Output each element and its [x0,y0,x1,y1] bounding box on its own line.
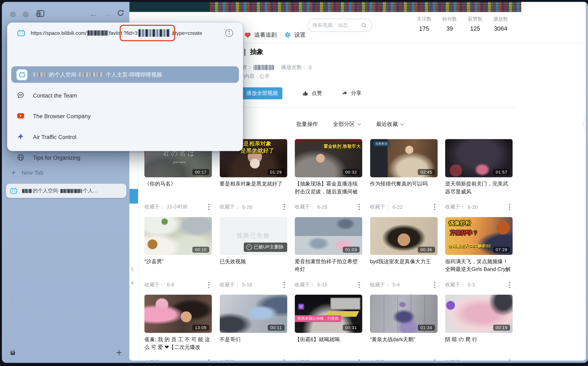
video-title[interactable]: 《你的马名》 [144,180,212,196]
video-thumbnail[interactable]: 00:36 [370,217,437,255]
video-card[interactable]: 00:10 “沙县男” 收藏于： 6-8 [144,217,212,288]
video-card[interactable]: 00:19 阴 暗 の 爬 行 收藏于： 4-16 [445,295,513,361]
video-title[interactable]: 已失效视频 [220,258,287,274]
suggestion-current-tab[interactable]: 的个人空间· 个人主页-哔哩哔哩视频 [11,66,239,83]
video-title[interactable]: 爱音拍素世拍祥子拍立希壁咚灯 [295,258,362,274]
stat-plays[interactable]: 播放数3064 [492,16,509,32]
forward-button[interactable]: → [103,9,112,19]
header-search-input[interactable]: 搜索视频、动态 [308,19,372,32]
library-icon[interactable] [9,349,16,356]
url-bar[interactable]: https://space.bilibili.com/ favlist ?fid… [7,23,243,44]
saved-label: 收藏于： [295,359,315,361]
more-options-icon[interactable] [358,284,360,285]
video-card[interactable]: 07:28 偶像炒粉芹菜怀孕？全网最逆天GBC解析02 假药满天飞，笑点频频爆！… [445,217,513,288]
video-thumbnail[interactable]: 视频已失效!已被UP主删除 [220,217,287,255]
suggestion-tips-organizing[interactable]: Tips for Organizing [16,149,233,166]
more-options-icon[interactable] [358,206,360,208]
video-thumbnail[interactable]: 00:31 死杰米我让你喝，打死你经 [295,295,362,333]
more-options-icon[interactable] [208,206,209,208]
close-window-button[interactable] [10,12,16,17]
video-thumbnail[interactable]: 01:24 [370,295,437,333]
video-title[interactable]: 逆天萌新提前关门，完美武器尽显威风 [445,180,513,196]
video-card[interactable]: 00:36 byd我这室友是真像大力王 收藏于： 5-4 [370,217,437,288]
video-thumbnail[interactable]: 00:10 [144,217,212,255]
video-title[interactable]: 【街霸6】就喝就喝 [295,335,362,351]
more-options-icon[interactable] [434,284,435,285]
suggestion-browser-company[interactable]: The Browser Company [16,107,233,124]
stat-likes[interactable]: 获赞数125 [467,16,483,32]
thumbnail-overlay-text: 全网最逆天GBC解析02 [448,243,491,249]
more-options-icon[interactable] [283,206,285,208]
tab-title: 的个人空间· 个人... [22,187,97,194]
sort-dropdown[interactable]: 最近收藏 [376,121,404,128]
info-icon[interactable] [224,28,234,38]
video-card[interactable]: 00:31 死杰米我让你喝，打死你经 【街霸6】就喝就喝 收藏于： 4-28 [295,295,362,361]
sidebar-tab-bilibili-space[interactable]: 的个人空间· 个人... [6,184,126,198]
keyword-search: 当前 输入关键词 [583,118,586,131]
new-tab-button[interactable]: + New Tab [11,168,43,177]
play-all-button[interactable]: 播放全部视频 [242,87,282,99]
video-card[interactable]: 02:45 任务柜台 作为怪猎代餐真的可以吗 收藏于： 6-22 [370,139,437,210]
video-thumbnail[interactable]: 00:11 [220,295,287,333]
video-thumbnail[interactable]: 02:45 任务柜台 [370,139,437,177]
video-thumbnail[interactable]: 01:57 [445,139,513,177]
minimize-window-button[interactable] [23,12,29,17]
video-title[interactable]: 雀巢: 我 的 员 工 不 可 能 这 么 可 爱 ❤【二次元爆改 [144,335,212,351]
back-button[interactable]: ← [89,9,98,19]
video-card[interactable]: 00:11 不是哥们 收藏于： 4-28 [220,295,287,361]
youtube-icon [16,112,25,120]
share-button[interactable]: 分享 [341,87,362,99]
saved-date: 6-25 [317,204,328,210]
suggestion-air-traffic-control[interactable]: Air Traffic Control [16,129,233,145]
video-thumbnail[interactable]: 07:28 偶像炒粉芹菜怀孕？全网最逆天GBC解析02 [445,217,513,255]
speech-bubble-icon [16,91,25,99]
stat-following[interactable]: 关注数175 [416,16,433,32]
video-title[interactable]: 【抽象现场】霍金直播连续肘击汉尼拔，随后直播间被封 [295,180,362,196]
nav-settings[interactable]: 设置 [284,29,305,40]
video-card[interactable]: 视频已失效!已被UP主删除 已失效视频 收藏于： 5-18 [220,217,287,288]
video-card[interactable]: 00:32 霍金铁肘,致敬牢大 【抽象现场】霍金直播连续肘击汉尼拔，随后直播间被… [295,139,362,210]
nav-bangumi[interactable]: 追番追剧 [244,29,277,40]
redacted-text [33,72,48,77]
thumbnail-overlay-text: 芹菜怀孕？ [450,229,478,236]
more-options-icon[interactable] [509,284,511,285]
video-thumbnail[interactable]: 13:05 [144,295,212,333]
selected-folder-indicator[interactable] [129,189,138,203]
stat-followers[interactable]: 粉丝数39 [441,16,458,32]
add-space-button[interactable]: + [116,347,122,358]
video-card[interactable]: 13:05 雀巢: 我 的 员 工 不 可 能 这 么 可 爱 ❤【二次元爆改 … [144,295,212,361]
batch-actions-button[interactable]: 批量操作 [296,121,318,128]
more-options-icon[interactable] [434,206,435,208]
suggestion-label: 的个人空间· 个人主页-哔哩哔哩视频 [32,71,162,78]
video-title[interactable]: 阴 暗 の 爬 行 [445,335,513,351]
video-title[interactable]: “沙县男” [144,258,212,274]
video-thumbnail[interactable]: 00:19 [445,295,513,333]
video-card[interactable]: 01:03 爱音拍素世拍祥子拍立希壁咚灯 收藏于： 5-15 [295,217,362,288]
more-options-icon[interactable] [283,284,285,285]
suggestion-contact-team[interactable]: Contact the Team [16,87,233,103]
video-meta: 收藏于： 5-4 [370,281,437,288]
video-meta: 收藏于： 4-16 [445,359,513,361]
like-button[interactable]: 点赞 [302,87,322,99]
video-title[interactable]: 要是相亲对象是黑龙就好了 [220,180,287,196]
video-card[interactable]: 01:24 “黄泉大战dark天鹅” 收藏于： 4-18 [370,295,437,361]
category-dropdown[interactable]: 全部分区 [333,121,361,128]
video-card[interactable]: 01:57 逆天萌新提前关门，完美武器尽显威风 收藏于： 6-20 [445,139,513,210]
more-options-icon[interactable] [509,206,511,208]
saved-date: 5-4 [392,282,400,287]
more-options-icon[interactable] [208,284,209,285]
thumbs-up-icon [302,90,309,97]
reload-button[interactable] [116,9,124,17]
video-title[interactable]: 作为怪猎代餐真的可以吗 [370,180,437,196]
redacted-text [253,65,274,70]
video-title[interactable]: byd我这室友是真像大力王 [370,258,437,274]
saved-label: 收藏于： [370,359,390,361]
search-scope-dropdown[interactable]: 当前 [583,121,586,128]
sidebar-toggle-icon[interactable] [36,9,45,18]
video-thumbnail[interactable]: 01:03 [295,217,362,255]
video-title[interactable]: “黄泉大战dark天鹅” [370,335,437,351]
video-thumbnail[interactable]: 00:32 霍金铁肘,致敬牢大 [295,139,362,177]
video-title[interactable]: 不是哥们 [220,335,287,351]
video-title[interactable]: 假药满天飞，笑点频频爆！全网最逆天Girls Band Cry解析 [445,258,513,274]
video-meta: 收藏于： 6-25 [295,204,362,210]
